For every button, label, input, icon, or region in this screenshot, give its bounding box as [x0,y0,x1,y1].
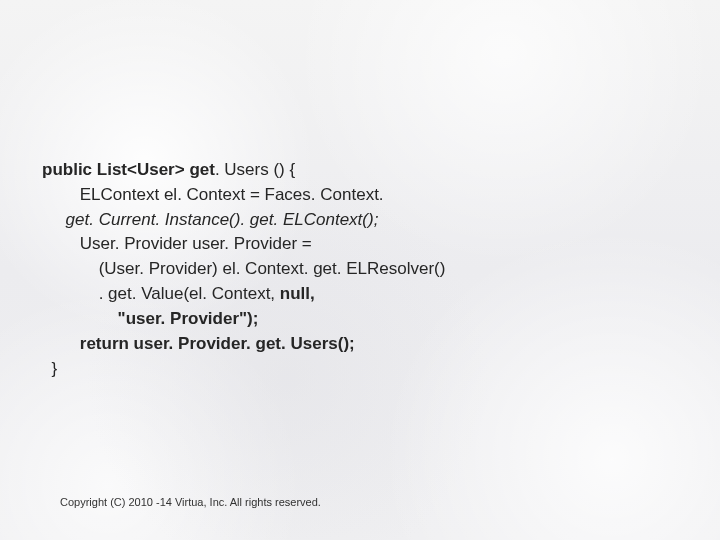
code-line-2: ELContext el. Context = Faces. Context. [42,183,680,208]
code-line-4: User. Provider user. Provider = [42,232,680,257]
code-text: User. Provider user [42,234,224,253]
code-bold: null, [280,284,315,303]
code-line-1: public List<User> get. Users () { [42,158,680,183]
code-line-9: } [42,357,680,382]
code-bold: return user [42,334,169,353]
code-text: . Context. get. ELResolver() [236,259,446,278]
code-text: . get [42,284,132,303]
code-text: } [42,359,57,378]
code-line-8: return user. Provider. get. Users(); [42,332,680,357]
code-block: public List<User> get. Users () { ELCont… [42,158,680,381]
code-bold: . Provider"); [161,309,259,328]
code-line-7: "user. Provider"); [42,307,680,332]
code-line-3: get. Current. Instance(). get. ELContext… [42,208,680,233]
code-line-5: (User. Provider) el. Context. get. ELRes… [42,257,680,282]
code-text: . Provider = [224,234,311,253]
copyright-footer: Copyright (C) 2010 -14 Virtua, Inc. All … [60,496,321,508]
code-text: . Value(el. Context, [132,284,280,303]
code-text: (User. Provider) el [42,259,236,278]
code-text: . Context = Faces. Context. [177,185,383,204]
code-bold: public List<User> get [42,160,215,179]
code-bold: . Provider. get. Users(); [169,334,355,353]
code-text: ELContext el [42,185,177,204]
code-line-6: . get. Value(el. Context, null, [42,282,680,307]
code-bold: "user [42,309,161,328]
code-text: . Users () { [215,160,295,179]
code-italic: . Current. Instance(). get. ELContext(); [89,210,378,229]
code-italic: get [42,210,89,229]
